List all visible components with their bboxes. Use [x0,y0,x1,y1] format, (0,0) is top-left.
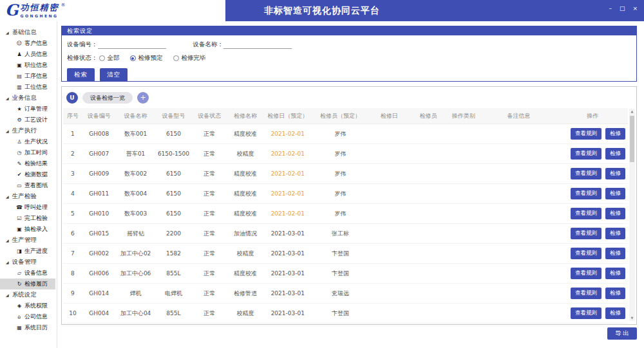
device-name-input[interactable] [223,41,292,49]
cell-actions: 查看规则检修 [557,148,628,160]
scrollbar-thumb[interactable] [630,116,634,162]
add-tab-button[interactable]: + [137,92,149,104]
sidebar-item-label: 检修履历 [24,280,48,288]
view-rule-button[interactable]: 查看规则 [571,128,601,140]
export-button[interactable]: 导 出 [607,327,637,340]
sidebar-group-production-management[interactable]: ◢生产管理 [0,235,57,246]
cell-no: 2 [63,151,82,157]
view-rule-button[interactable]: 查看规则 [571,188,601,199]
scroll-down-icon[interactable]: ▼ [629,315,635,321]
view-rule-button[interactable]: 查看规则 [571,268,601,279]
sidebar-item-inspection-result[interactable]: ✎检验结果 [0,158,57,169]
sidebar-item-maintenance-history[interactable]: ↻检修履历 [0,279,55,289]
radio-completed[interactable]: 检修完毕 [173,54,206,62]
sidebar-item-inspection-data[interactable]: ✔检测数据 [0,169,57,180]
sidebar-group-basic-info[interactable]: ◢基础信息 [0,27,57,38]
sidebar-item-position-info[interactable]: ▣职位信息 [0,60,57,71]
cell-planned-date: 2021-03-01 [263,310,312,316]
sidebar-group-production-inspection[interactable]: ◢生产检验 [0,191,57,202]
sidebar-item-label: 工序信息 [24,72,48,80]
sidebar-group-label: 系统设定 [12,291,37,299]
view-rule-button[interactable]: 查看规则 [571,248,601,259]
sidebar-item-customer-info[interactable]: ☺客户信息 [0,38,57,49]
sidebar-item-processing-time[interactable]: ◷加工时间 [0,147,57,158]
sidebar-item-station-info[interactable]: ▥工位信息 [0,82,57,93]
cell-status: 正常 [191,250,227,258]
sidebar-item-order-management[interactable]: ★订单管理 [0,104,57,114]
sidebar-item-system-permission[interactable]: ◈系统权限 [0,300,57,311]
sidebar-item-personnel-info[interactable]: ♟人员信息 [0,49,57,60]
sidebar-group-system-settings[interactable]: ◢系统设定 [0,289,57,300]
tab-user-icon[interactable]: U [66,92,78,104]
phone-icon: ☎ [16,205,23,210]
repair-button[interactable]: 检修 [605,248,625,259]
column-header: 备注信息 [480,112,558,120]
drawing-icon: ▭ [16,183,23,188]
radio-circle-icon[interactable] [130,55,136,61]
repair-button[interactable]: 检修 [605,128,625,140]
cell-planned-by: 党瑞远 [312,289,369,298]
maintenance-table: 序号设备编号设备名称设备型号设备状态检修名称检修日（预定）检修员（预定）检修日检… [63,108,628,324]
radio-circle-icon[interactable] [173,55,179,61]
repair-button[interactable]: 检修 [605,148,625,160]
cell-task: 精度校准 [227,210,263,218]
cell-no: 10 [63,310,82,316]
maximize-button[interactable]: □ [620,5,625,12]
sidebar-item-completion-inspection[interactable]: ☑完工检验 [0,213,57,224]
column-header: 设备名称 [116,112,156,120]
close-button[interactable]: × [632,5,638,12]
cell-status: 正常 [191,270,227,278]
radio-circle-icon[interactable] [99,55,105,61]
clear-button[interactable]: 清空 [100,68,128,82]
user-icon: ☺ [16,41,23,46]
repair-button[interactable]: 检修 [605,208,625,219]
view-rule-button[interactable]: 查看规则 [571,148,601,160]
repair-button[interactable]: 检修 [605,288,625,299]
cell-task: 精度校准 [227,190,263,198]
view-rule-button[interactable]: 查看规则 [571,228,601,239]
repair-button[interactable]: 检修 [605,168,625,179]
sidebar-item-sampling-entry[interactable]: ▣抽检录入 [0,224,57,235]
sidebar-item-equipment-info[interactable]: ▱设备信息 [0,268,57,279]
sidebar-group-equipment-management[interactable]: ◢设备管理 [0,257,57,268]
cell-planned-date: 2021-02-01 [263,190,312,197]
table-scrollbar[interactable]: ▲ ▼ [629,109,635,321]
search-button[interactable]: 检索 [67,68,95,82]
view-rule-button[interactable]: 查看规则 [571,288,601,299]
repair-button[interactable]: 检修 [605,188,625,199]
cell-code: GH006 [82,270,116,277]
view-rule-button[interactable]: 查看规则 [571,208,601,219]
repair-button[interactable]: 检修 [605,307,625,319]
sidebar-item-call-handling[interactable]: ☎呼叫处理 [0,202,57,213]
sidebar-item-system-calendar[interactable]: ▦系统日历 [0,322,57,333]
sidebar-item-production-progress[interactable]: ◨生产进度 [0,246,57,257]
sidebar-group-label: 业务信息 [12,94,37,102]
sidebar-group-business-info[interactable]: ◢业务信息 [0,93,57,104]
cell-name: 加工中心06 [116,270,156,278]
sidebar-item-process-info[interactable]: ▤工序信息 [0,71,57,82]
repair-button[interactable]: 检修 [605,268,625,279]
logo-brand-en: GONGHENG [21,12,59,20]
repair-button[interactable]: 检修 [605,228,625,239]
tab-equipment-maintenance[interactable]: 设备检修一览 [82,92,133,104]
cell-name: 数车002 [116,170,156,178]
permission-icon: ◈ [16,303,23,309]
radio-scheduled[interactable]: 检修预定 [130,54,163,62]
sidebar-item-production-status[interactable]: ♙生产状况 [0,136,57,147]
cell-planned-by: 张工标 [312,230,369,238]
scroll-up-icon[interactable]: ▲ [629,109,635,114]
column-header: 序号 [63,112,82,120]
sidebar-item-process-design[interactable]: ⚙工艺设计 [0,114,57,125]
cell-planned-by: 卞登国 [312,270,369,278]
view-rule-button[interactable]: 查看规则 [571,307,601,319]
sidebar-item-company-info[interactable]: ⌂公司信息 [0,311,57,322]
device-code-input[interactable] [98,41,166,49]
minimize-button[interactable]: – [609,5,612,12]
radio-all[interactable]: 全部 [99,54,120,62]
maintenance-table-panel: U 设备检修一览 + 序号设备编号设备名称设备型号设备状态检修名称检修日（预定）… [61,86,637,325]
view-rule-button[interactable]: 查看规则 [571,168,601,179]
sidebar-item-view-drawing[interactable]: ▭查看图纸 [0,180,57,191]
cell-status: 正常 [191,309,227,318]
cell-task: 加油情况 [227,230,263,238]
sidebar-group-production-execution[interactable]: ◢生产执行 [0,125,57,136]
